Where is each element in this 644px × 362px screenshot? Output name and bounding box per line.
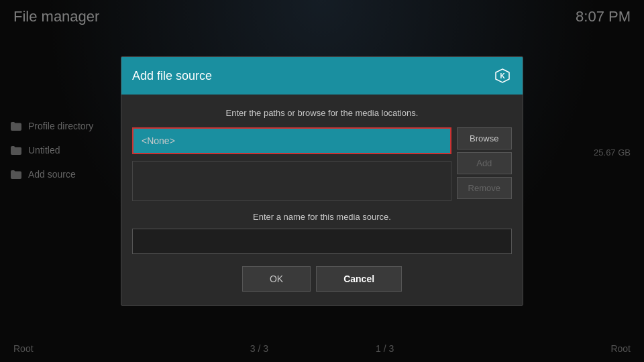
dialog-title: Add file source (132, 69, 212, 83)
remove-button[interactable]: Remove (457, 177, 512, 199)
dialog-header: Add file source K (121, 57, 523, 95)
paths-instruction: Enter the paths or browse for the media … (132, 108, 512, 118)
cancel-button[interactable]: Cancel (316, 266, 402, 292)
add-file-source-dialog: Add file source K Enter the paths or bro… (121, 56, 523, 306)
path-section: <None> Browse Add Remove (132, 127, 512, 201)
side-buttons: Browse Add Remove (457, 127, 512, 201)
kodi-logo: K (493, 66, 512, 85)
path-input[interactable]: <None> (132, 127, 451, 154)
name-instruction: Enter a name for this media source. (132, 212, 512, 222)
browse-button[interactable]: Browse (457, 127, 512, 149)
svg-text:K: K (500, 72, 505, 80)
path-left: <None> (132, 127, 451, 201)
dialog-buttons: OK Cancel (132, 266, 512, 292)
name-input[interactable] (132, 229, 512, 254)
path-list-area (132, 161, 451, 201)
add-button[interactable]: Add (457, 152, 512, 174)
kodi-icon-svg: K (494, 68, 511, 84)
modal-overlay: Add file source K Enter the paths or bro… (0, 0, 644, 362)
ok-button[interactable]: OK (242, 266, 311, 292)
path-row: <None> (132, 127, 451, 154)
dialog-body: Enter the paths or browse for the media … (121, 95, 523, 305)
